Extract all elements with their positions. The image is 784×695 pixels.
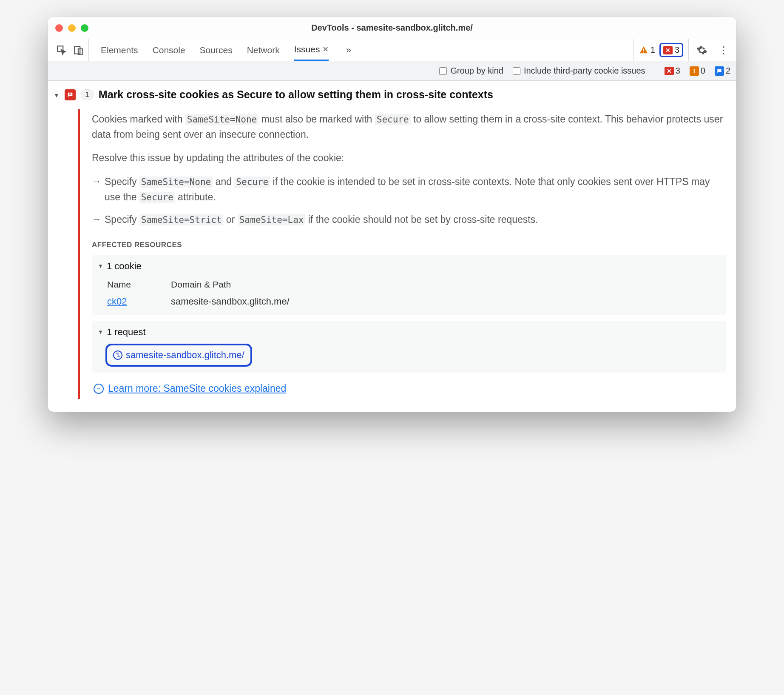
code-snippet: SameSite=None (185, 114, 258, 125)
learn-more-link[interactable]: Learn more: SameSite cookies explained (108, 381, 286, 396)
warn-count-value: 0 (701, 66, 705, 76)
more-tabs-button[interactable]: » (343, 45, 353, 56)
disclose-icon: ▼ (98, 262, 103, 271)
warn-count-chip[interactable]: ! 0 (690, 66, 705, 76)
toolbar: Elements Console Sources Network Issues … (48, 39, 736, 61)
inspect-icon[interactable] (56, 45, 67, 56)
info-count-value: 2 (726, 66, 730, 76)
tab-elements[interactable]: Elements (101, 39, 138, 61)
error-count-value: 3 (676, 66, 680, 76)
svg-rect-4 (643, 51, 644, 52)
disclose-icon: ▼ (98, 328, 103, 336)
page-error-icon: ✕ (65, 89, 76, 100)
status-chips: 1 ✕ 3 (633, 39, 689, 61)
window-title: DevTools - samesite-sandbox.glitch.me/ (48, 23, 736, 33)
warnings-count: 1 (650, 45, 655, 55)
svg-text:✕: ✕ (69, 92, 71, 96)
tab-list: Elements Console Sources Network Issues … (92, 39, 354, 61)
errors-count: 3 (675, 45, 679, 55)
disclose-icon[interactable]: ▼ (54, 88, 60, 99)
cookies-table: Name ck02 Domain & Path samesite-sandbox… (98, 278, 720, 309)
code-snippet: Secure (234, 177, 270, 188)
cookie-name-link[interactable]: ck02 (107, 296, 127, 307)
requests-header[interactable]: ▼ 1 request (98, 325, 720, 339)
col-name-header: Name (107, 278, 154, 292)
tab-sources[interactable]: Sources (200, 39, 233, 61)
tab-console[interactable]: Console (153, 39, 185, 61)
close-tab-icon[interactable]: ✕ (322, 45, 329, 54)
window-controls (55, 24, 88, 32)
code-snippet: Secure (375, 114, 411, 125)
network-icon: ⇅ (113, 350, 122, 360)
info-icon (715, 66, 724, 76)
error-icon: ✕ (665, 67, 674, 75)
learn-more-row: → Learn more: SameSite cookies explained (94, 381, 726, 396)
group-by-kind-checkbox[interactable]: Group by kind (439, 66, 503, 76)
device-toggle-icon[interactable] (73, 45, 84, 56)
more-menu-button[interactable]: ⋮ (715, 44, 732, 56)
col-domain-header: Domain & Path (171, 278, 290, 292)
code-snippet: SameSite=Strict (139, 214, 224, 225)
tab-issues[interactable]: Issues ✕ (294, 39, 329, 61)
arrow-icon: → (92, 212, 101, 228)
issue-bullet: → Specify SameSite=Strict or SameSite=La… (92, 212, 726, 228)
error-count-chip[interactable]: ✕ 3 (665, 66, 680, 76)
request-url: samesite-sandbox.glitch.me/ (126, 348, 244, 362)
requests-section: ▼ 1 request ⇅ samesite-sandbox.glitch.me… (92, 321, 726, 373)
group-by-kind-input[interactable] (439, 67, 447, 75)
cookie-domain-value: samesite-sandbox.glitch.me/ (171, 294, 290, 309)
arrow-circle-icon: → (94, 384, 104, 394)
issue-header-row[interactable]: ▼ ✕ 1 Mark cross-site cookies as Secure … (48, 88, 736, 101)
minimize-window-button[interactable] (68, 24, 76, 32)
code-snippet: SameSite=Lax (238, 214, 306, 225)
group-by-kind-label: Group by kind (450, 66, 503, 76)
requests-header-label: 1 request (107, 325, 146, 339)
warnings-chip[interactable]: 1 (639, 45, 655, 55)
warning-icon: ! (690, 66, 699, 76)
tab-issues-label: Issues (294, 44, 320, 54)
third-party-input[interactable] (513, 67, 520, 75)
cookies-header-label: 1 cookie (107, 259, 142, 273)
third-party-label: Include third-party cookie issues (524, 66, 645, 76)
arrow-icon: → (92, 174, 101, 205)
issues-panel: ▼ ✕ 1 Mark cross-site cookies as Secure … (48, 81, 736, 412)
code-snippet: SameSite=None (139, 177, 213, 188)
tab-network[interactable]: Network (247, 39, 280, 61)
issue-count-badge: 1 (81, 89, 94, 100)
issue-paragraph: Cookies marked with SameSite=None must a… (92, 112, 726, 142)
third-party-checkbox[interactable]: Include third-party cookie issues (513, 66, 645, 76)
issue-paragraph: Resolve this issue by updating the attri… (92, 151, 726, 166)
svg-rect-3 (643, 48, 644, 51)
warning-icon (639, 46, 648, 55)
info-count-chip[interactable]: 2 (715, 66, 730, 76)
cookies-header[interactable]: ▼ 1 cookie (98, 259, 720, 273)
issues-filter-bar: Group by kind Include third-party cookie… (48, 61, 736, 81)
devtools-window: DevTools - samesite-sandbox.glitch.me/ E… (48, 17, 736, 412)
issue-detail: Cookies marked with SameSite=None must a… (78, 109, 726, 399)
issue-title: Mark cross-site cookies as Secure to all… (99, 88, 493, 101)
request-link[interactable]: ⇅ samesite-sandbox.glitch.me/ (105, 344, 252, 367)
affected-resources-heading: AFFECTED RESOURCES (92, 239, 726, 251)
settings-button[interactable] (696, 45, 707, 56)
svg-rect-1 (74, 46, 80, 54)
error-icon: ✕ (663, 46, 673, 54)
cookies-section: ▼ 1 cookie Name ck02 Domain & Path sames… (92, 255, 726, 315)
errors-chip[interactable]: ✕ 3 (659, 43, 683, 57)
titlebar: DevTools - samesite-sandbox.glitch.me/ (48, 17, 736, 39)
code-snippet: Secure (139, 192, 175, 203)
close-window-button[interactable] (55, 24, 63, 32)
maximize-window-button[interactable] (81, 24, 88, 32)
issue-bullet: → Specify SameSite=None and Secure if th… (92, 174, 726, 205)
